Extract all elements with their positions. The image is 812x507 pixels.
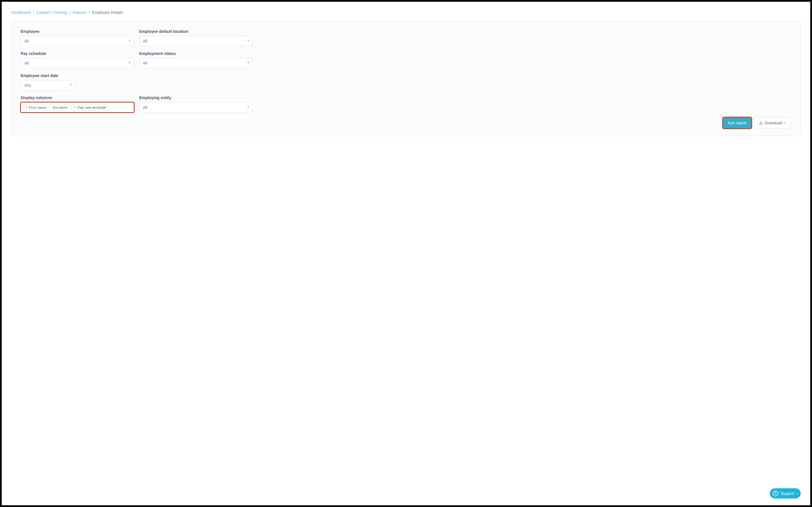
default-location-select-value: All bbox=[143, 39, 147, 43]
breadcrumb-link-dashboard[interactable]: Dashboard bbox=[11, 10, 31, 15]
breadcrumb-link-reports[interactable]: Reports bbox=[72, 10, 87, 15]
breadcrumb-current: Employee Details bbox=[92, 10, 123, 15]
chevron-down-icon: ▼ bbox=[784, 121, 786, 124]
chevron-down-icon: ▼ bbox=[247, 105, 250, 108]
breadcrumb-separator: / bbox=[69, 10, 70, 15]
column-tag-label: Pay rate template bbox=[78, 105, 106, 110]
column-tag-pay-rate-template[interactable]: ✕ Pay rate template bbox=[71, 104, 109, 111]
employee-label: Employee bbox=[21, 29, 134, 34]
employment-status-label: Employment status bbox=[139, 51, 253, 56]
chevron-down-icon: ▼ bbox=[129, 39, 131, 42]
employing-entity-label: Employing entity bbox=[139, 96, 253, 100]
column-tag-label: Surname bbox=[52, 105, 67, 110]
report-filters-panel: Employee All ▼ Employee default location… bbox=[11, 21, 801, 136]
download-icon bbox=[759, 121, 763, 125]
default-location-label: Employee default location bbox=[139, 29, 253, 34]
column-tag-surname[interactable]: Surname bbox=[50, 104, 70, 111]
employment-status-select[interactable]: All ▼ bbox=[139, 58, 253, 68]
help-icon: ? bbox=[773, 491, 778, 496]
chevron-down-icon: ▼ bbox=[129, 61, 131, 64]
pay-schedule-select-value: All bbox=[24, 61, 29, 65]
chevron-down-icon: ▼ bbox=[69, 83, 72, 86]
start-date-select[interactable]: Any ▼ bbox=[21, 80, 75, 90]
download-button-label: Download bbox=[765, 121, 782, 125]
column-tag-first-name[interactable]: ✕ First name bbox=[23, 104, 49, 111]
display-columns-label: Display columns bbox=[21, 96, 134, 100]
employing-entity-select[interactable]: All ▼ bbox=[139, 102, 253, 112]
run-report-button[interactable]: Run report bbox=[723, 118, 751, 128]
display-columns-input[interactable]: ✕ First name Surname ✕ Pay rate template bbox=[21, 102, 134, 112]
employment-status-select-value: All bbox=[143, 61, 147, 65]
breadcrumb-separator: / bbox=[33, 10, 34, 15]
pay-schedule-label: Pay schedule bbox=[21, 51, 134, 56]
employing-entity-select-value: All bbox=[143, 105, 147, 110]
chevron-down-icon: ▼ bbox=[247, 61, 250, 64]
actions-row: Run report Download ▼ bbox=[21, 118, 791, 128]
column-tag-label: First name bbox=[29, 105, 46, 110]
chevron-right-icon: › bbox=[797, 492, 798, 495]
default-location-select[interactable]: All ▼ bbox=[139, 36, 253, 46]
breadcrumb-separator: / bbox=[89, 10, 90, 15]
employee-select[interactable]: All ▼ bbox=[21, 36, 134, 46]
start-date-label: Employee start date bbox=[21, 73, 75, 78]
support-widget[interactable]: ? Support › bbox=[770, 488, 801, 499]
remove-icon[interactable]: ✕ bbox=[74, 106, 76, 109]
remove-icon[interactable]: ✕ bbox=[25, 106, 28, 109]
pay-schedule-select[interactable]: All ▼ bbox=[21, 58, 134, 68]
breadcrumb: Dashboard / Casper's Training / Reports … bbox=[11, 10, 801, 15]
download-button[interactable]: Download ▼ bbox=[754, 118, 791, 128]
start-date-select-value: Any bbox=[24, 83, 31, 88]
support-label: Support bbox=[780, 491, 795, 496]
chevron-down-icon: ▼ bbox=[247, 39, 250, 42]
breadcrumb-link-training[interactable]: Casper's Training bbox=[36, 10, 67, 15]
employee-select-value: All bbox=[24, 39, 29, 43]
